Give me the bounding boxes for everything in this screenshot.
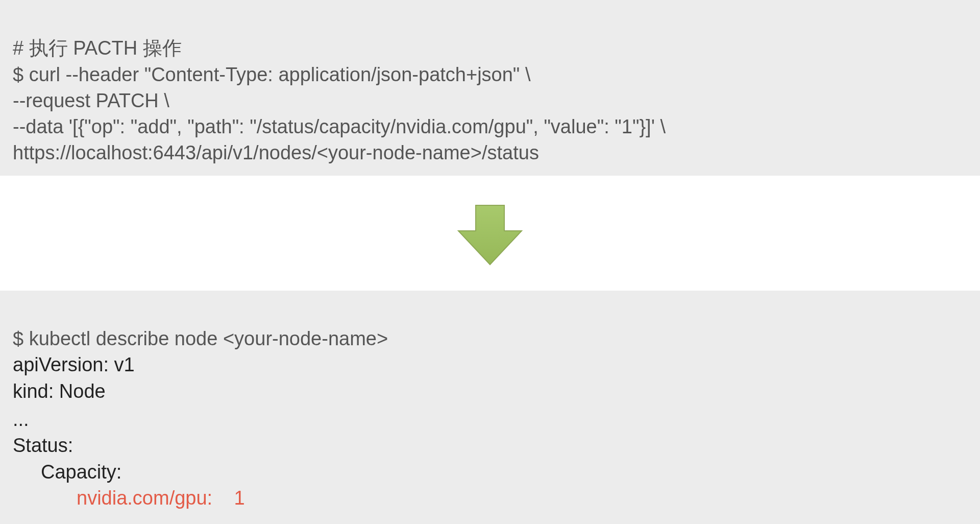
code-line-kind: kind: Node bbox=[13, 380, 106, 402]
code-block-describe: $ kubectl describe node <your-node-name>… bbox=[0, 291, 980, 524]
down-arrow-icon bbox=[454, 201, 526, 268]
code-line-kubectl: $ kubectl describe node <your-node-name> bbox=[13, 328, 388, 349]
code-line-capacity: Capacity: bbox=[13, 461, 121, 483]
code-line-curl-request: --request PATCH \ bbox=[13, 90, 169, 111]
code-line-comment: # 执行 PACTH 操作 bbox=[13, 37, 182, 59]
code-line-apiversion: apiVersion: v1 bbox=[13, 354, 135, 375]
arrow-section bbox=[0, 176, 980, 291]
gpu-key: nvidia.com/gpu: bbox=[77, 487, 212, 509]
code-block-patch: # 执行 PACTH 操作 $ curl --header "Content-T… bbox=[0, 0, 980, 176]
code-line-curl-url: https://localhost:6443/api/v1/nodes/<you… bbox=[13, 142, 539, 163]
code-line-status: Status: bbox=[13, 435, 73, 456]
code-line-gpu: nvidia.com/gpu: 1 bbox=[13, 487, 245, 509]
code-line-curl-data: --data '[{"op": "add", "path": "/status/… bbox=[13, 116, 666, 137]
code-line-curl-header: $ curl --header "Content-Type: applicati… bbox=[13, 64, 530, 85]
gpu-value: 1 bbox=[234, 487, 244, 509]
code-line-ellipsis: ... bbox=[13, 404, 29, 429]
